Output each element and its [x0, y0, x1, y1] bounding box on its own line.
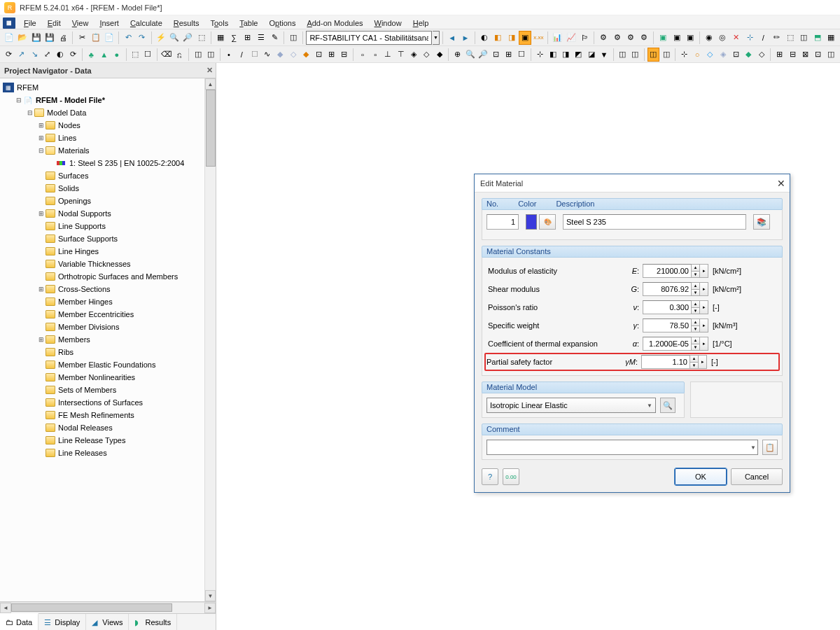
- tree-item[interactable]: Surfaces: [58, 172, 88, 180]
- tb2-7-icon[interactable]: ♣: [85, 48, 97, 62]
- const-menu-button[interactable]: ▸: [700, 318, 708, 332]
- menu-help[interactable]: Help: [408, 18, 434, 29]
- tb-g1-icon[interactable]: 📊: [551, 31, 564, 45]
- spinner[interactable]: ▲▼: [690, 355, 699, 369]
- tree-item[interactable]: Nodal Releases: [58, 424, 113, 432]
- tb2-4-icon[interactable]: ⤢: [41, 48, 53, 62]
- tb-s3-icon[interactable]: ⚙: [624, 31, 637, 45]
- const-value-field[interactable]: [641, 355, 690, 369]
- tb2-41-icon[interactable]: ◨: [559, 48, 571, 62]
- scroll-left-icon[interactable]: ◄: [0, 603, 11, 613]
- const-menu-button[interactable]: ▸: [699, 355, 707, 369]
- tb-cx-icon[interactable]: ✕: [730, 31, 743, 45]
- tb-print-icon[interactable]: 🖨: [57, 31, 69, 45]
- tb2-32-icon[interactable]: ◆: [433, 48, 445, 62]
- material-desc-field[interactable]: [563, 214, 746, 230]
- tb-es-icon[interactable]: ⬒: [811, 31, 823, 45]
- tb-next-icon[interactable]: ►: [459, 31, 472, 45]
- tb-r4-icon[interactable]: ▣: [519, 31, 531, 45]
- nav-tab-data[interactable]: 🗀Data: [0, 613, 38, 630]
- material-no-field[interactable]: [486, 214, 519, 230]
- tb-zoom-icon[interactable]: 🔎: [181, 31, 194, 45]
- tb2-26-icon[interactable]: ▫: [356, 48, 368, 62]
- tree-item[interactable]: Cross-Sections: [58, 285, 111, 293]
- units-button[interactable]: 0.00: [503, 468, 519, 485]
- tb-paste-icon[interactable]: 📄: [103, 31, 115, 45]
- tb2-29-icon[interactable]: ⊤: [395, 48, 407, 62]
- tb-combo-drop-icon[interactable]: ▼: [433, 31, 439, 45]
- menu-calculate[interactable]: Calculate: [125, 18, 167, 29]
- tb2-30-icon[interactable]: ◈: [407, 48, 419, 62]
- tb-select-icon[interactable]: ⬚: [195, 31, 208, 45]
- material-color-swatch[interactable]: [526, 214, 537, 230]
- tb2-5-icon[interactable]: ◐: [54, 48, 66, 62]
- tb2-17-icon[interactable]: /: [236, 48, 248, 62]
- tree-model-data[interactable]: Model Data: [47, 108, 86, 117]
- tb-r1-icon[interactable]: ◐: [478, 31, 491, 45]
- menu-edit[interactable]: Edit: [43, 18, 66, 29]
- tb2-27-icon[interactable]: ▫: [369, 48, 381, 62]
- tree-item[interactable]: Variable Thicknesses: [58, 260, 131, 268]
- tree-material-1[interactable]: 1: Steel S 235 | EN 10025-2:2004: [69, 159, 184, 167]
- tb-ls-icon[interactable]: /: [757, 31, 769, 45]
- expand-icon[interactable]: ⊞: [36, 122, 46, 129]
- tree-item[interactable]: Member Divisions: [58, 323, 119, 331]
- tb-win-icon[interactable]: ◫: [287, 31, 300, 45]
- tb2-11-icon[interactable]: ☐: [142, 48, 154, 62]
- tb2-19-icon[interactable]: ∿: [261, 48, 273, 62]
- menu-window[interactable]: Window: [370, 18, 407, 29]
- tb2-3-icon[interactable]: ↘: [29, 48, 41, 62]
- tb2-55-icon[interactable]: ◇: [755, 48, 767, 62]
- tb2-28-icon[interactable]: ⊥: [382, 48, 394, 62]
- tb2-38-icon[interactable]: ☐: [516, 48, 528, 62]
- scroll-thumb-h[interactable]: [11, 603, 172, 612]
- scroll-thumb[interactable]: [206, 90, 216, 167]
- tb-copy-icon[interactable]: 📋: [90, 31, 102, 45]
- tb2-21-icon[interactable]: ◇: [287, 48, 299, 62]
- tb-r2-icon[interactable]: ◧: [491, 31, 504, 45]
- tb2-44-icon[interactable]: ▼: [598, 48, 610, 62]
- tree-model[interactable]: RFEM - Model File*: [36, 96, 105, 104]
- const-menu-button[interactable]: ▸: [700, 282, 708, 296]
- scroll-right-icon[interactable]: ►: [204, 603, 216, 613]
- tb-fs-icon[interactable]: ▦: [825, 31, 837, 45]
- tb2-53-icon[interactable]: ⊡: [729, 48, 741, 62]
- tb2-48-icon[interactable]: ◫: [660, 48, 672, 62]
- tb2-35-icon[interactable]: 🔎: [477, 48, 489, 62]
- tb-list-icon[interactable]: ☰: [255, 31, 267, 45]
- menu-tools[interactable]: Tools: [205, 18, 233, 29]
- tb-table-icon[interactable]: ⊞: [241, 31, 253, 45]
- tb-cs-icon[interactable]: ⬚: [784, 31, 797, 45]
- expand-icon[interactable]: ⊞: [36, 336, 46, 343]
- spinner[interactable]: ▲▼: [692, 264, 700, 278]
- expand-icon[interactable]: ⊞: [36, 286, 46, 293]
- tb-c2-icon[interactable]: ▣: [671, 31, 683, 45]
- menu-view[interactable]: View: [67, 18, 94, 29]
- const-menu-button[interactable]: ▸: [700, 300, 708, 314]
- scrollbar-horizontal[interactable]: ◄ ►: [0, 602, 216, 613]
- tb2-50-icon[interactable]: ○: [692, 48, 704, 62]
- tb2-15-icon[interactable]: ◫: [204, 48, 216, 62]
- ok-button[interactable]: OK: [675, 468, 727, 485]
- tb2-47-icon[interactable]: ◫: [648, 48, 659, 62]
- tb-r3-icon[interactable]: ◨: [505, 31, 518, 45]
- material-model-edit-button[interactable]: 🔍: [660, 398, 676, 413]
- tree-item[interactable]: Member Hinges: [58, 298, 113, 306]
- tb-s2-icon[interactable]: ⚙: [610, 31, 623, 45]
- tree-item[interactable]: Member Nonlinearities: [58, 373, 135, 382]
- spinner[interactable]: ▲▼: [692, 282, 700, 296]
- const-value-field[interactable]: [643, 337, 692, 351]
- expand-icon[interactable]: ⊟: [25, 109, 34, 116]
- navigator-close-icon[interactable]: ✕: [206, 66, 213, 75]
- tb2-22-icon[interactable]: ◆: [300, 48, 312, 62]
- tb-undo-icon[interactable]: ↶: [122, 31, 134, 45]
- material-model-select[interactable]: Isotropic Linear Elastic ▼: [486, 398, 656, 413]
- tb2-43-icon[interactable]: ◪: [585, 48, 597, 62]
- tb-new-icon[interactable]: 📄: [3, 31, 15, 45]
- tb2-25-icon[interactable]: ⊟: [338, 48, 350, 62]
- cancel-button[interactable]: Cancel: [731, 468, 783, 485]
- tree-item[interactable]: Member Eccentricities: [58, 310, 134, 318]
- tb2-16-icon[interactable]: •: [223, 48, 234, 62]
- tb-s1-icon[interactable]: ⚙: [597, 31, 610, 45]
- expand-icon[interactable]: ⊟: [36, 147, 46, 154]
